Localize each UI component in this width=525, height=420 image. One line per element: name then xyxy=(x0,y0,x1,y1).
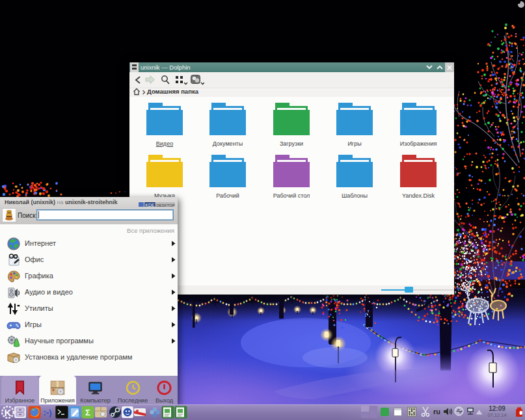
svg-text:Σ: Σ xyxy=(85,408,90,417)
svg-text::-): :-) xyxy=(44,408,52,417)
svg-text:K: K xyxy=(5,407,12,418)
